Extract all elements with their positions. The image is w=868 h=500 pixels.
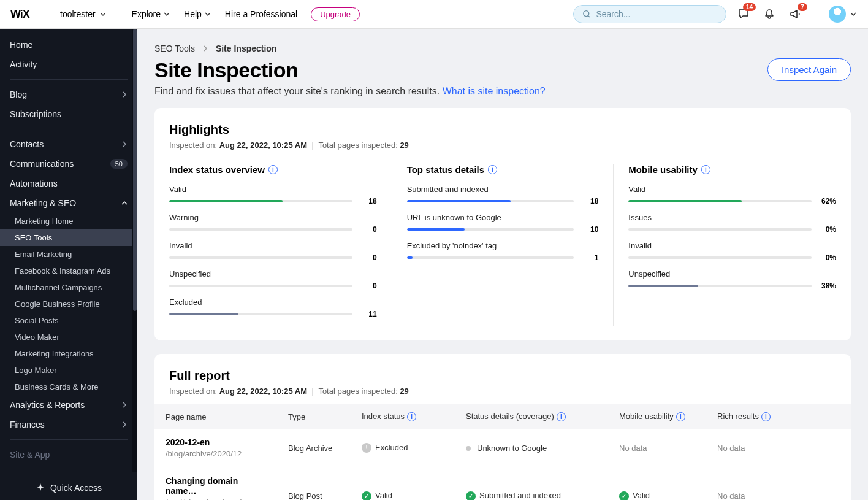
check-icon: ✓ xyxy=(619,491,629,500)
sidebar-sub-social-posts[interactable]: Social Posts xyxy=(0,312,137,329)
metric-value: 0% xyxy=(819,253,836,262)
metric-row: Excluded by 'noindex' tag1 xyxy=(407,241,599,262)
status-details-column: Top status detailsi Submitted and indexe… xyxy=(392,164,614,326)
sidebar-item-subscriptions[interactable]: Subscriptions xyxy=(0,104,137,124)
info-icon[interactable]: i xyxy=(557,412,566,421)
sidebar-sub-logo-maker[interactable]: Logo Maker xyxy=(0,362,137,379)
announce-badge: 7 xyxy=(798,3,807,11)
sidebar-scrollbar[interactable] xyxy=(132,29,137,472)
metric-bar xyxy=(169,200,352,202)
row-page-url: /post/changing-domain-names xyxy=(166,498,266,500)
info-icon[interactable]: i xyxy=(268,165,278,174)
announce-icon[interactable]: 7 xyxy=(789,8,801,20)
full-report-meta: Inspected on: Aug 22, 2022, 10:25 AM | T… xyxy=(169,387,836,396)
search-icon xyxy=(582,9,591,19)
metric-bar xyxy=(628,256,812,259)
sidebar-sub-seo-tools[interactable]: SEO Tools xyxy=(0,229,137,246)
metric-row: Warning0 xyxy=(169,213,377,234)
nav-hire[interactable]: Hire a Professional xyxy=(225,9,297,19)
sidebar-sub-email-marketing[interactable]: Email Marketing xyxy=(0,246,137,263)
nav-explore[interactable]: Explore xyxy=(132,9,170,19)
check-icon: ✓ xyxy=(362,491,371,500)
search-input[interactable] xyxy=(596,9,717,19)
metric-label: Invalid xyxy=(169,241,377,250)
sidebar-sub-gbp[interactable]: Google Business Profile xyxy=(0,296,137,312)
sidebar-sub-fb-ig-ads[interactable]: Facebook & Instagram Ads xyxy=(0,263,137,279)
metric-row: Issues0% xyxy=(628,213,836,234)
breadcrumb-root[interactable]: SEO Tools xyxy=(154,44,195,53)
metric-value: 0% xyxy=(819,225,836,234)
sidebar-item-activity[interactable]: Activity xyxy=(0,55,137,74)
metric-bar xyxy=(628,285,812,287)
metric-row: Invalid0% xyxy=(628,241,836,262)
sidebar-sub-marketing-integrations[interactable]: Marketing Integrations xyxy=(0,345,137,362)
metric-bar xyxy=(169,285,352,287)
wix-logo[interactable]: WiX xyxy=(0,0,49,28)
user-menu[interactable] xyxy=(829,6,857,23)
quick-access-button[interactable]: Quick Access xyxy=(0,475,137,500)
chevron-right-icon xyxy=(121,141,128,147)
sidebar-item-finances[interactable]: Finances xyxy=(0,415,137,434)
chat-icon[interactable]: 14 xyxy=(737,8,750,20)
sidebar-sub-video-maker[interactable]: Video Maker xyxy=(0,329,137,345)
full-report-title: Full report xyxy=(169,369,836,383)
info-icon[interactable]: i xyxy=(761,412,771,421)
metric-label: Submitted and indexed xyxy=(407,185,599,194)
metric-value: 62% xyxy=(819,197,836,206)
sidebar-item-site-app[interactable]: Site & App xyxy=(0,445,137,464)
info-icon[interactable]: i xyxy=(676,412,685,421)
upgrade-button[interactable]: Upgrade xyxy=(311,7,360,21)
metric-row: Unspecified0 xyxy=(169,269,377,290)
sidebar-sub-marketing-home[interactable]: Marketing Home xyxy=(0,213,137,229)
metric-label: Warning xyxy=(169,213,377,222)
sidebar-sub-multichannel[interactable]: Multichannel Campaigns xyxy=(0,279,137,296)
metric-bar xyxy=(407,256,574,259)
metric-label: Unspecified xyxy=(628,269,836,279)
sidebar-item-blog[interactable]: Blog xyxy=(0,85,137,104)
row-index-status: ✓Valid xyxy=(351,467,455,500)
full-report-card: Full report Inspected on: Aug 22, 2022, … xyxy=(154,354,851,500)
info-icon[interactable]: i xyxy=(701,165,710,174)
top-nav: Explore Help Hire a Professional Upgrade xyxy=(118,7,360,21)
metric-value: 0 xyxy=(360,282,377,290)
bell-icon[interactable] xyxy=(763,8,775,20)
row-page-name: Changing domain name… xyxy=(166,476,266,496)
row-type: Blog Archive xyxy=(277,429,351,467)
nav-help[interactable]: Help xyxy=(184,9,211,19)
info-icon[interactable]: i xyxy=(407,412,416,421)
inspect-again-button[interactable]: Inspect Again xyxy=(767,58,851,81)
mobile-usability-column: Mobile usabilityi Valid62%Issues0%Invali… xyxy=(614,164,836,326)
metric-bar xyxy=(169,313,352,315)
site-switcher[interactable]: tooltester xyxy=(49,0,118,28)
table-row[interactable]: Changing domain name…/post/changing-doma… xyxy=(154,467,851,500)
chevron-down-icon xyxy=(163,10,170,18)
table-row[interactable]: 2020-12-en/blog/archive/2020/12Blog Arch… xyxy=(154,429,851,467)
breadcrumb-current: Site Inspection xyxy=(216,44,277,53)
metric-label: Excluded xyxy=(169,298,377,307)
sidebar-item-communications[interactable]: Communications50 xyxy=(0,154,137,174)
search-box[interactable] xyxy=(573,5,726,23)
metric-label: Excluded by 'noindex' tag xyxy=(407,241,599,250)
sidebar-item-marketing-seo[interactable]: Marketing & SEO xyxy=(0,193,137,213)
sparkle-icon xyxy=(36,483,45,493)
warning-icon: ! xyxy=(362,443,371,453)
col-index-status: Index status xyxy=(362,412,405,421)
sidebar-sub-business-cards[interactable]: Business Cards & More xyxy=(0,379,137,395)
sidebar-item-home[interactable]: Home xyxy=(0,35,137,55)
metric-value: 11 xyxy=(360,310,377,318)
row-status-details: ✓Submitted and indexed xyxy=(455,467,608,500)
highlights-title: Highlights xyxy=(169,123,836,137)
metric-value: 38% xyxy=(819,282,836,290)
sidebar-item-analytics[interactable]: Analytics & Reports xyxy=(0,395,137,415)
chevron-right-icon xyxy=(202,45,208,52)
metric-row: Valid18 xyxy=(169,185,377,206)
info-icon[interactable]: i xyxy=(488,165,497,174)
row-type: Blog Post xyxy=(277,467,351,500)
sidebar-item-automations[interactable]: Automations xyxy=(0,174,137,193)
sidebar-item-contacts[interactable]: Contacts xyxy=(0,134,137,154)
svg-text:WiX: WiX xyxy=(10,9,30,20)
chat-badge: 14 xyxy=(743,3,756,11)
what-is-link[interactable]: What is site inspection? xyxy=(443,86,546,96)
row-mobile: No data xyxy=(608,429,706,467)
highlights-card: Highlights Inspected on: Aug 22, 2022, 1… xyxy=(154,108,851,340)
